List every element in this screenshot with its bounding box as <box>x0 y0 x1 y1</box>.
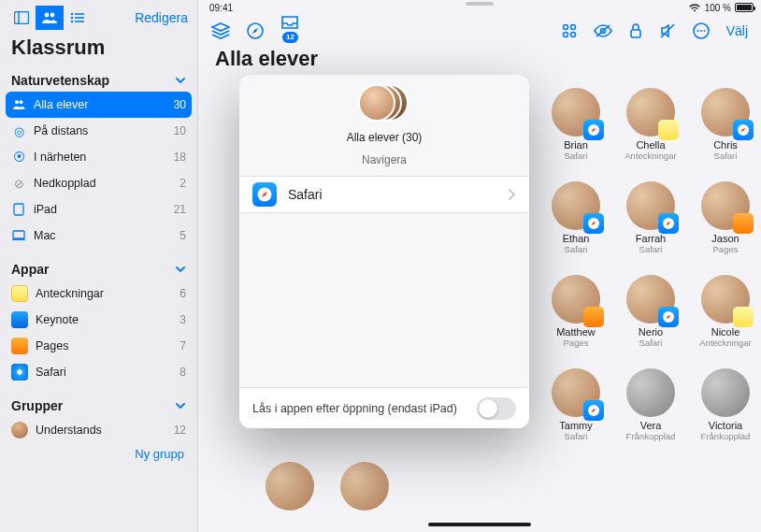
toolbar-eye-button[interactable] <box>594 24 612 37</box>
svg-rect-0 <box>15 12 29 24</box>
sidebar-item-count: 21 <box>174 203 186 216</box>
toolbar-compass-button[interactable] <box>247 22 264 39</box>
sidebar-app-safari[interactable]: Safari 8 <box>0 359 197 385</box>
app-badge-icon <box>733 307 754 327</box>
chevron-down-icon <box>175 264 186 275</box>
toolbar-mute-button[interactable] <box>659 22 676 39</box>
student-cell[interactable]: ChrisSafari <box>688 88 761 161</box>
student-cell[interactable]: JasonPages <box>688 181 761 254</box>
student-cell[interactable]: MatthewPages <box>538 275 613 348</box>
student-cell[interactable]: FarrahSafari <box>613 181 688 254</box>
svg-point-16 <box>563 25 567 30</box>
student-name: Nerio <box>613 326 688 338</box>
sidebar-item-remote[interactable]: ◎ På distans 10 <box>0 118 197 144</box>
svg-point-27 <box>703 30 705 32</box>
app-badge-icon <box>583 213 604 234</box>
view-list-button[interactable] <box>64 6 92 30</box>
sidebar-item-label: Understands <box>36 424 166 437</box>
section-apps-header[interactable]: Appar <box>0 256 197 280</box>
svg-point-25 <box>696 30 698 32</box>
section-groups-header[interactable]: Grupper <box>0 393 197 417</box>
sidebar-item-label: Pages <box>36 339 172 352</box>
student-app: Frånkopplad <box>688 431 761 441</box>
student-name: Chella <box>613 139 688 151</box>
sidebar-app-notes[interactable]: Anteckningar 6 <box>0 280 197 307</box>
svg-point-17 <box>570 25 575 30</box>
student-cell[interactable]: VeraFrånkopplad <box>613 368 688 441</box>
toolbar-more-button[interactable] <box>693 22 710 39</box>
toolbar-lock-button[interactable] <box>629 22 642 39</box>
home-indicator[interactable] <box>428 523 531 526</box>
edit-button[interactable]: Redigera <box>135 10 188 25</box>
student-name: Ethan <box>538 233 613 244</box>
mac-icon <box>11 230 26 241</box>
section-groups-title: Grupper <box>11 398 63 413</box>
student-name: Tammy <box>538 420 613 431</box>
people-icon <box>11 99 26 110</box>
student-cell[interactable]: NerioSafari <box>613 275 688 348</box>
toolbar-grid-button[interactable] <box>562 23 577 38</box>
student-name: Brian <box>538 139 613 151</box>
sidebar-app-keynote[interactable]: Keynote 3 <box>0 307 197 333</box>
chevron-right-icon <box>507 188 516 201</box>
student-cell[interactable]: ChellaAnteckningar <box>613 88 688 161</box>
modal-subtitle: Navigera <box>239 153 529 166</box>
student-cell[interactable] <box>252 462 327 513</box>
student-cell[interactable] <box>327 462 402 513</box>
student-app: Anteckningar <box>613 151 688 161</box>
student-app: Safari <box>613 338 688 348</box>
sidebar-item-count: 30 <box>174 98 186 111</box>
svg-point-3 <box>50 13 55 18</box>
sidebar-item-count: 6 <box>179 287 186 300</box>
toolbar-select-button[interactable]: Välj <box>726 23 748 38</box>
sidebar-item-offline[interactable]: ⊘ Nedkopplad 2 <box>0 170 197 196</box>
sidebar-item-count: 5 <box>179 229 186 242</box>
view-sidebar-button[interactable] <box>7 6 36 30</box>
student-cell[interactable]: TammySafari <box>538 368 613 441</box>
svg-rect-22 <box>631 30 640 37</box>
chevron-down-icon <box>175 75 186 86</box>
svg-point-26 <box>700 30 702 32</box>
chevron-down-icon <box>175 400 186 411</box>
sidebar: Redigera Klassrum Naturvetenskap Alla el… <box>0 0 198 532</box>
modal-app-row-safari[interactable]: Safari <box>239 176 529 213</box>
lock-toggle[interactable] <box>477 397 516 420</box>
toolbar-layers-button[interactable] <box>211 22 230 39</box>
student-cell[interactable]: VictoriaFrånkopplad <box>688 368 761 441</box>
sidebar-item-ipad[interactable]: iPad 21 <box>0 196 197 223</box>
avatar <box>626 275 675 324</box>
avatar <box>701 88 750 137</box>
svg-point-18 <box>563 33 567 37</box>
svg-point-10 <box>15 100 19 104</box>
student-name: Jason <box>688 233 761 244</box>
student-app: Pages <box>688 244 761 254</box>
sidebar-item-all-students[interactable]: Alla elever 30 <box>6 92 192 118</box>
svg-point-6 <box>71 21 74 23</box>
avatar <box>701 275 750 324</box>
student-app: Safari <box>538 431 613 441</box>
sidebar-group-understands[interactable]: Understands 12 <box>0 417 197 443</box>
avatar <box>266 462 314 510</box>
sidebar-item-count: 8 <box>179 366 186 379</box>
student-app: Safari <box>538 151 613 161</box>
sidebar-item-mac[interactable]: Mac 5 <box>0 223 197 249</box>
student-cell[interactable]: NicoleAnteckningar <box>688 275 761 348</box>
new-group-button[interactable]: Ny grupp <box>0 443 197 465</box>
svg-rect-9 <box>75 21 84 22</box>
toolbar-inbox-button[interactable]: 12 <box>280 15 299 47</box>
avatar <box>552 368 600 417</box>
student-app: Frånkopplad <box>613 431 688 441</box>
avatar <box>701 181 750 230</box>
sidebar-app-pages[interactable]: Pages 7 <box>0 333 197 359</box>
student-app: Safari <box>688 151 761 161</box>
svg-point-4 <box>71 13 74 16</box>
offline-icon: ⊘ <box>11 177 26 191</box>
student-cell[interactable]: BrianSafari <box>538 88 613 161</box>
group-avatar-icon <box>11 422 28 439</box>
sidebar-item-nearby[interactable]: ⦿ I närheten 18 <box>0 144 197 170</box>
section-apps-title: Appar <box>11 262 49 277</box>
section-class-header[interactable]: Naturvetenskap <box>0 67 197 92</box>
student-app: Pages <box>538 338 613 348</box>
student-cell[interactable]: EthanSafari <box>538 181 613 254</box>
view-people-button[interactable] <box>36 6 64 30</box>
